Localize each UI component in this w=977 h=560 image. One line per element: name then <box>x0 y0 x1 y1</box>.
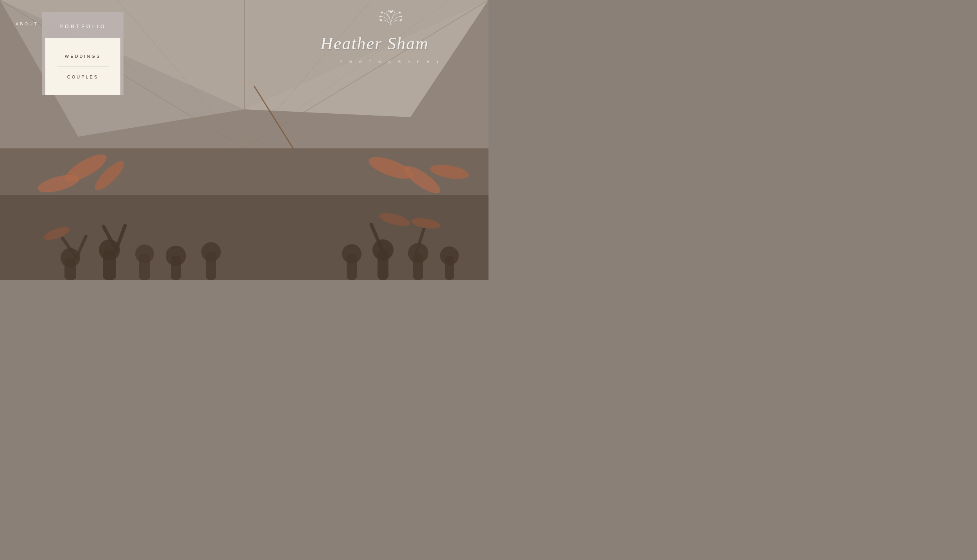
page-container: ABOUT PORTFOLIO WEDDINGS COUPLES <box>0 0 488 280</box>
svg-point-60 <box>394 12 395 13</box>
submenu-item-weddings[interactable]: WEDDINGS <box>45 46 120 66</box>
svg-point-58 <box>392 10 394 12</box>
svg-point-53 <box>401 19 403 20</box>
svg-point-51 <box>381 12 383 14</box>
svg-point-57 <box>388 10 390 12</box>
svg-point-48 <box>380 20 382 21</box>
svg-point-50 <box>379 16 381 17</box>
portfolio-dropdown: PORTFOLIO WEDDINGS COUPLES <box>42 12 123 95</box>
svg-point-54 <box>401 16 402 17</box>
floral-decoration-icon <box>373 8 408 27</box>
svg-point-49 <box>379 19 381 20</box>
svg-point-59 <box>387 12 388 13</box>
submenu-item-couples[interactable]: COUPLES <box>45 67 120 87</box>
brand-logo-area: Heather Sham P H O T O G R A P H Y <box>317 8 465 64</box>
svg-text:Heather Sham: Heather Sham <box>320 34 429 53</box>
portfolio-submenu: WEDDINGS COUPLES <box>45 38 120 95</box>
portfolio-divider <box>50 35 115 35</box>
svg-point-56 <box>390 11 392 13</box>
svg-point-55 <box>399 12 401 14</box>
brand-photography-subtitle: P H O T O G R A P H Y <box>317 60 465 64</box>
portfolio-menu-title[interactable]: PORTFOLIO <box>42 20 123 35</box>
svg-point-52 <box>400 20 402 21</box>
brand-script-name: Heather Sham <box>317 30 465 57</box>
nav-about-link[interactable]: ABOUT <box>16 21 38 26</box>
